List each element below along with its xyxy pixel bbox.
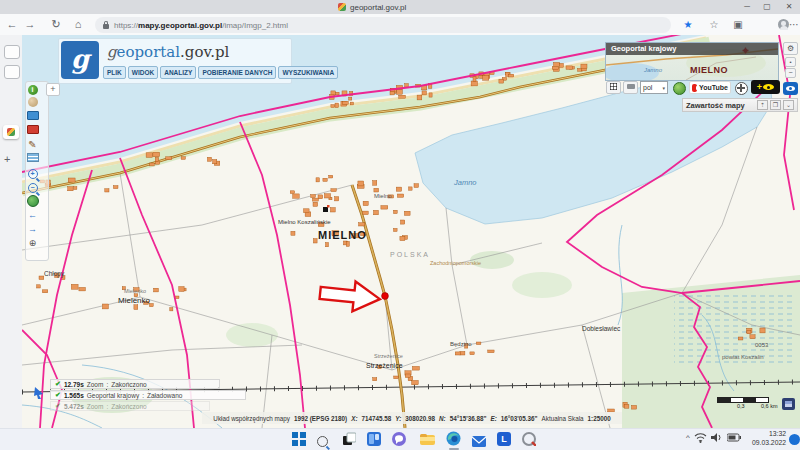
file-explorer-icon[interactable]: [420, 432, 436, 448]
app-icon[interactable]: [522, 432, 538, 448]
previous-view-button[interactable]: ←: [25, 209, 40, 221]
cursor-icon: [34, 387, 46, 399]
map-label-powiat-koszalin: powiat Koszalin: [722, 354, 764, 360]
map-label-dobieslawiec: Dobiesławiec: [582, 326, 620, 333]
zoom-in-button[interactable]: +: [25, 167, 40, 179]
menu-analizy[interactable]: ANALIZY: [160, 66, 196, 79]
refresh-button[interactable]: ↻: [48, 17, 64, 32]
status-toast: ✔5.472sZoom:Zakończono: [50, 401, 210, 411]
menu-widok[interactable]: WIDOK: [128, 66, 158, 79]
back-button[interactable]: ←: [4, 17, 20, 32]
map-label-strzezenice-small: Strzeżenice: [374, 354, 403, 360]
tab-title: geoportal.gov.pl: [350, 3, 406, 12]
wcag-eye-button[interactable]: [783, 82, 798, 95]
site-title: geoportal.gov.pl: [107, 43, 229, 61]
chat-icon[interactable]: [392, 432, 408, 448]
forward-button[interactable]: →: [22, 17, 38, 32]
screen: { "browser": { "tab_title": "geoportal.g…: [0, 0, 800, 450]
youtube-button[interactable]: YouTube: [689, 81, 731, 94]
settings-gear-icon[interactable]: ⚙: [783, 42, 798, 55]
map-contents-panel-header[interactable]: Zawartość mapy ⇡ ❒ ⌄: [682, 98, 798, 112]
youtube-play-icon: [692, 84, 697, 92]
taskbar-clock[interactable]: 13:32 09.03.2022: [746, 430, 786, 448]
vertical-tab-strip: +: [0, 35, 23, 428]
geoportal-logo[interactable]: g: [61, 41, 99, 79]
map-canvas[interactable]: [22, 35, 800, 428]
minimap-collapse-button[interactable]: −: [785, 68, 796, 78]
map-label-mielno-small: Mielno: [374, 193, 392, 199]
map-label-mielenko: Mielenko: [118, 297, 150, 305]
share-grid-icon[interactable]: [606, 81, 621, 94]
scale-half-label: 0,3: [737, 403, 745, 409]
panel-up-icon[interactable]: ⇡: [757, 100, 768, 110]
clear-selection-button[interactable]: [25, 125, 40, 137]
print-icon[interactable]: [623, 81, 638, 94]
identify-tool-button[interactable]: i: [25, 83, 40, 95]
menu-wyszukiwania[interactable]: WYSZUKIWANIA: [278, 66, 338, 79]
chevron-down-icon: ▾: [662, 85, 665, 91]
start-button[interactable]: [292, 432, 308, 448]
map-label-wojewodztwo: Zachodniopomorskie: [430, 261, 481, 267]
next-view-button[interactable]: →: [25, 223, 40, 235]
collapse-pane-icon[interactable]: [4, 65, 20, 79]
draw-tool-button[interactable]: ✎: [25, 139, 40, 151]
language-select[interactable]: pol▾: [640, 81, 668, 94]
select-area-button[interactable]: [25, 111, 40, 123]
browser-tab[interactable]: geoportal.gov.pl: [338, 1, 406, 13]
high-contrast-button[interactable]: +: [751, 80, 780, 94]
widgets-icon[interactable]: [367, 432, 383, 448]
minimap-dot-button[interactable]: •: [785, 57, 796, 67]
map-label-mielno-station: Mielno Koszalińskie: [278, 219, 331, 225]
overview-minimap[interactable]: Geoportal krajowy Jamno MIELNO: [605, 42, 779, 81]
zoom-out-button[interactable]: −: [25, 181, 40, 193]
wifi-icon: [694, 432, 707, 443]
panel-window-icon[interactable]: ❒: [770, 100, 781, 110]
menu-plik[interactable]: PLIK: [103, 66, 126, 79]
panel-minimize-icon[interactable]: ⌄: [783, 100, 794, 110]
map-label-mielno-big: MIELNO: [318, 230, 367, 241]
scale-full-label: 0,6 km: [761, 403, 778, 409]
time: 13:32: [746, 430, 786, 439]
add-favorite-icon[interactable]: ☆: [706, 17, 722, 32]
task-view-icon[interactable]: [342, 432, 358, 448]
map-contents-label: Zawartość mapy: [686, 101, 745, 110]
eye-icon: [763, 84, 774, 90]
lock-icon: [103, 24, 109, 29]
status-toast: ✔12.79sZoom:Zakończono: [50, 379, 220, 389]
system-tray[interactable]: ^: [686, 432, 741, 443]
l-app-icon[interactable]: L: [497, 432, 511, 446]
selected-point-marker: [382, 293, 389, 300]
main-menu: PLIK WIDOK ANALIZY POBIERANIE DANYCH WYS…: [103, 66, 338, 79]
map-page: Chłopy Mielenko Mielenko Mielno Jamno MI…: [22, 35, 800, 428]
home-button[interactable]: ⌂: [70, 17, 86, 32]
search-icon[interactable]: [317, 433, 333, 449]
default-tool-button[interactable]: [25, 97, 40, 109]
accessibility-icon[interactable]: [735, 82, 748, 95]
notification-badge[interactable]: [789, 434, 800, 445]
browser-tab-strip: geoportal.gov.pl ─ ▢ ✕: [0, 0, 800, 14]
menu-pobieranie-danych[interactable]: POBIERANIE DANYCH: [198, 66, 276, 79]
address-bar[interactable]: https://mapy.geoportal.gov.pl/imap/Imgp_…: [95, 17, 671, 33]
window-minimize-button[interactable]: ─: [740, 2, 754, 12]
locate-button[interactable]: [673, 82, 686, 95]
tab-actions-icon[interactable]: [4, 45, 20, 59]
map-emblem: [782, 398, 795, 410]
collections-icon[interactable]: ▣: [730, 17, 746, 32]
map-label-polska: POLSKA: [390, 251, 430, 258]
favorite-star-icon[interactable]: ★: [680, 17, 696, 32]
full-extent-button[interactable]: [25, 195, 40, 207]
window-maximize-button[interactable]: ▢: [760, 2, 774, 12]
browser-menu-icon[interactable]: ⋯: [786, 17, 800, 32]
measure-tool-button[interactable]: [25, 153, 40, 165]
minimap-label-mielno: MIELNO: [690, 65, 728, 75]
window-close-button[interactable]: ✕: [782, 2, 796, 12]
new-tab-button[interactable]: +: [4, 153, 10, 165]
active-tab-favicon[interactable]: [3, 125, 19, 139]
edge-browser-icon[interactable]: [446, 431, 462, 447]
center-view-button[interactable]: ⊕: [25, 237, 40, 249]
mail-icon[interactable]: [472, 433, 488, 449]
tab-favicon-icon: [338, 3, 346, 11]
tray-expand-icon: ^: [686, 433, 690, 442]
date: 09.03.2022: [746, 439, 786, 448]
toolbar-expand-button[interactable]: +: [46, 83, 60, 96]
